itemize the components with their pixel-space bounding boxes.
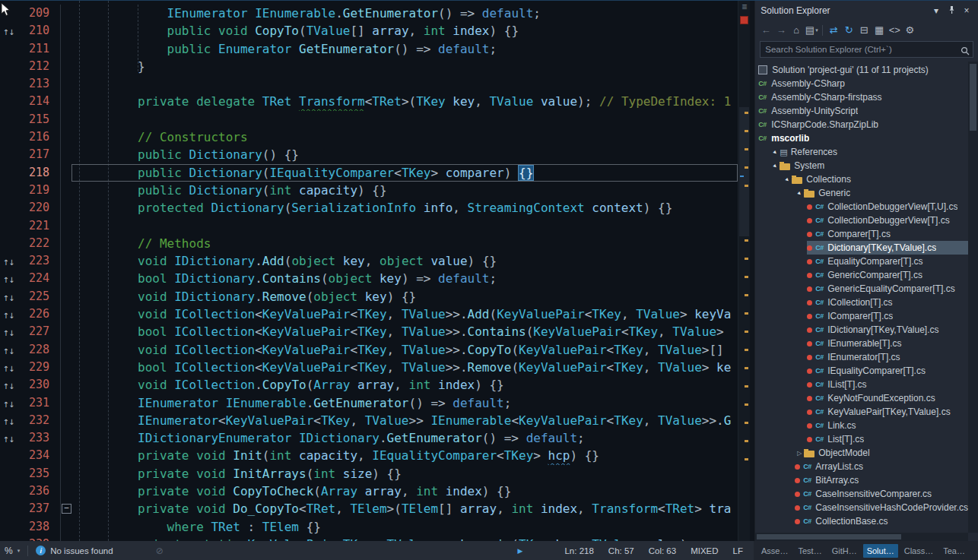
line-number[interactable]: 216	[17, 128, 61, 146]
tree-item-file[interactable]: C#ArrayList.cs	[755, 460, 968, 473]
panel-tab[interactable]: Asse…	[757, 544, 792, 558]
code-line[interactable]: 212 }	[0, 58, 738, 75]
gutter-margin[interactable]	[0, 128, 17, 146]
search-icon[interactable]	[961, 45, 970, 59]
editor-scrollbar-thumb[interactable]	[739, 107, 749, 236]
expander-collapsed-icon[interactable]: ▷	[795, 450, 804, 457]
gutter-margin[interactable]	[0, 199, 17, 217]
line-number[interactable]: 210	[17, 22, 61, 40]
code-line[interactable]: 219 public Dictionary(int capacity) {}	[0, 182, 738, 199]
override-indicator-icon[interactable]: ↑↓	[3, 418, 14, 426]
fold-margin[interactable]	[61, 447, 71, 464]
tree-item-file[interactable]: C#CaseInsensitiveHashCodeProvider.cs	[755, 501, 968, 514]
line-number[interactable]: 217	[17, 146, 61, 163]
gutter-margin[interactable]: ↑↓	[0, 252, 17, 270]
gutter-margin[interactable]	[0, 146, 17, 163]
line-number[interactable]: 224	[17, 270, 61, 287]
code-line[interactable]: ↑↓230 void ICollection.CopyTo(Array arra…	[0, 376, 738, 394]
fold-margin[interactable]	[61, 252, 71, 270]
tree-item-file[interactable]: C#IComparer[T].cs	[755, 309, 968, 323]
code-line[interactable]: 215	[0, 111, 738, 128]
tree-item-project[interactable]: C#Assembly-CSharp	[755, 77, 968, 90]
line-number[interactable]: 231	[17, 394, 61, 412]
line-number[interactable]: 234	[17, 447, 61, 464]
line-number[interactable]: 222	[17, 235, 61, 252]
tree-item-file[interactable]: C#IDictionary[TKey,TValue].cs	[755, 323, 968, 337]
file-health-indicator[interactable]	[740, 16, 748, 24]
code-line[interactable]: ↑↓231 IEnumerator IEnumerable.GetEnumera…	[0, 394, 738, 412]
panel-tab[interactable]: GitH…	[828, 544, 861, 558]
code-line[interactable]: ↑↓226 void ICollection<KeyValuePair<TKey…	[0, 305, 738, 323]
fold-margin[interactable]	[61, 5, 71, 22]
override-indicator-icon[interactable]: ↑↓	[3, 294, 14, 302]
panel-hscrollbar-thumb[interactable]	[757, 534, 901, 539]
tree-item-folder[interactable]: ▷ObjectModel	[755, 446, 968, 460]
tree-item-file[interactable]: C#Comparer[T].cs	[755, 227, 968, 241]
fold-margin[interactable]	[61, 217, 71, 235]
code-line[interactable]: 216 // Constructors	[0, 128, 738, 146]
line-number[interactable]: 218	[17, 164, 61, 182]
gutter-margin[interactable]: ↑↓	[0, 341, 17, 359]
fold-margin[interactable]	[61, 465, 71, 482]
switch-views-button[interactable]: ▤▾	[804, 23, 819, 38]
panel-tab[interactable]: Class…	[900, 544, 938, 558]
fold-margin[interactable]	[61, 128, 71, 146]
code-line[interactable]: ↑↓225 void IDictionary.Remove(object key…	[0, 288, 738, 305]
line-number[interactable]: 230	[17, 376, 61, 394]
code-line[interactable]: ↑↓229 bool ICollection<KeyValuePair<TKey…	[0, 359, 738, 376]
code-line[interactable]: 222 // Methods	[0, 235, 738, 252]
code-line[interactable]: 217 public Dictionary() {}	[0, 146, 738, 163]
line-number[interactable]: 220	[17, 199, 61, 217]
tree-item-solution[interactable]: Solution 'project-gui' (11 of 11 project…	[755, 63, 968, 77]
fold-margin[interactable]	[61, 22, 71, 40]
sync-with-active-document-button[interactable]: ⇄	[826, 23, 841, 38]
override-indicator-icon[interactable]: ↑↓	[3, 435, 14, 444]
code-line[interactable]: 239 private static KeyValuePair<TKey, TV…	[0, 536, 738, 541]
tree-item-project[interactable]: C#Assembly-UnityScript	[755, 104, 968, 118]
override-indicator-icon[interactable]: ↑↓	[3, 258, 14, 267]
panel-tab[interactable]: Solut…	[863, 544, 898, 558]
tree-item-file[interactable]: C#ICollection[T].cs	[755, 296, 968, 309]
tree-item-file[interactable]: C#IEqualityComparer[T].cs	[755, 364, 968, 378]
gutter-margin[interactable]: ↑↓	[0, 323, 17, 340]
properties-button[interactable]: ⚙	[902, 23, 917, 38]
tree-item-file[interactable]: C#Dictionary[TKey,TValue].cs	[755, 241, 968, 255]
tree-item-project[interactable]: C#Assembly-CSharp-firstpass	[755, 90, 968, 104]
tree-item-references[interactable]: ▼▤References	[755, 145, 968, 159]
fold-margin[interactable]	[61, 305, 71, 323]
gutter-margin[interactable]	[0, 235, 17, 252]
gutter-margin[interactable]	[0, 164, 17, 182]
code-line[interactable]: 218 public Dictionary(IEqualityComparer<…	[0, 164, 738, 182]
line-number[interactable]: 213	[17, 75, 61, 93]
tree-item-file[interactable]: C#CollectionBase.cs	[755, 514, 968, 528]
notifications-icon[interactable]: ⊘	[156, 546, 164, 556]
fold-margin[interactable]	[61, 288, 71, 305]
line-number[interactable]: 225	[17, 288, 61, 305]
gutter-margin[interactable]	[0, 518, 17, 536]
code-line[interactable]: 211 public Enumerator GetEnumerator() =>…	[0, 40, 738, 58]
fold-margin[interactable]	[61, 270, 71, 287]
line-number[interactable]: 219	[17, 182, 61, 199]
gutter-margin[interactable]: ↑↓	[0, 429, 17, 447]
gutter-margin[interactable]	[0, 536, 17, 541]
line-number[interactable]: 228	[17, 341, 61, 359]
line-indicator[interactable]: Ln: 218	[564, 546, 593, 555]
issues-status-text[interactable]: No issues found	[50, 546, 113, 555]
line-number[interactable]: 226	[17, 305, 61, 323]
editor-scrollbar[interactable]: ≡	[738, 1, 750, 541]
line-number[interactable]: 223	[17, 252, 61, 270]
tree-item-file[interactable]: C#KeyNotFoundException.cs	[755, 391, 968, 405]
gutter-margin[interactable]: ↑↓	[0, 394, 17, 412]
code-line[interactable]: 214 private delegate TRet Transform<TRet…	[0, 93, 738, 110]
panel-hscrollbar[interactable]	[755, 533, 968, 541]
panel-tab[interactable]: Tea…	[939, 544, 969, 558]
tree-item-file[interactable]: C#KeyValuePair[TKey,TValue].cs	[755, 405, 968, 419]
panel-tab[interactable]: Test…	[794, 544, 825, 558]
tree-item-folder[interactable]: ▼Collections	[755, 172, 968, 186]
code-line[interactable]: 220 protected Dictionary(SerializationIn…	[0, 199, 738, 217]
tree-item-file[interactable]: C#IEnumerator[T].cs	[755, 350, 968, 364]
line-number[interactable]: 211	[17, 40, 61, 58]
line-number[interactable]: 209	[17, 5, 61, 22]
column-indicator[interactable]: Col: 63	[649, 546, 676, 555]
fold-margin[interactable]	[61, 235, 71, 252]
